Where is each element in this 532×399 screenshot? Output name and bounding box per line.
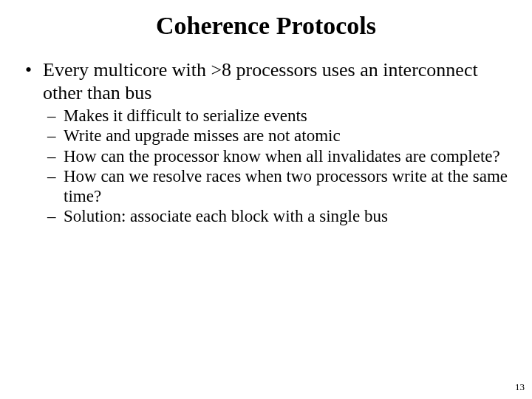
sub-bullet-text: Write and upgrade misses are not atomic <box>64 126 341 145</box>
sub-bullet-text: Makes it difficult to serialize events <box>64 106 307 125</box>
sub-bullet-item: Solution: associate each block with a si… <box>43 206 511 226</box>
sub-bullet-item: Write and upgrade misses are not atomic <box>43 126 511 146</box>
sub-bullet-text: How can we resolve races when two proces… <box>64 167 508 205</box>
sub-bullet-text: How can the processor know when all inva… <box>64 147 500 166</box>
sub-bullet-item: How can the processor know when all inva… <box>43 146 511 166</box>
page-number: 13 <box>515 381 525 393</box>
sub-bullet-text: Solution: associate each block with a si… <box>64 207 388 225</box>
slide-title: Coherence Protocols <box>21 12 511 40</box>
sub-bullet-item: How can we resolve races when two proces… <box>43 166 511 206</box>
main-bullet-text: Every multicore with >8 processors uses … <box>43 59 478 103</box>
slide: Coherence Protocols Every multicore with… <box>0 0 532 399</box>
sub-bullet-list: Makes it difficult to serialize events W… <box>43 106 511 226</box>
main-bullet-item: Every multicore with >8 processors uses … <box>21 59 511 226</box>
main-bullet-list: Every multicore with >8 processors uses … <box>21 59 511 226</box>
sub-bullet-item: Makes it difficult to serialize events <box>43 106 511 126</box>
